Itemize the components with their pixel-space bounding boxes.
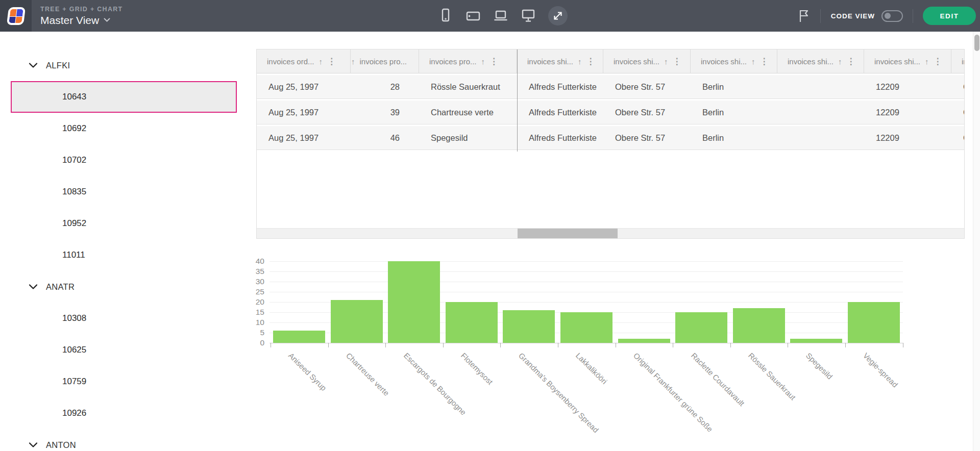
y-axis-label: 15 bbox=[240, 307, 264, 317]
x-axis-category-label: Spegesild bbox=[804, 351, 835, 381]
column-header-3[interactable]: invoices shi...↑⋮ bbox=[517, 49, 603, 73]
column-menu-icon[interactable]: ⋮ bbox=[489, 56, 498, 67]
grid-cell: Obere Str. 57 bbox=[603, 126, 691, 149]
column-header-5[interactable]: invoices shi...↑⋮ bbox=[691, 49, 777, 73]
code-view-label: CODE VIEW bbox=[831, 12, 875, 20]
column-header-8[interactable]: invoices shi...↑⋮ bbox=[951, 49, 965, 73]
gridline-30 bbox=[270, 282, 903, 282]
grid-cell: Obere Str. 57 bbox=[603, 101, 691, 124]
grid-cell: Berlin bbox=[691, 75, 777, 98]
monitor-icon[interactable] bbox=[521, 8, 536, 23]
grid-cell: Berlin bbox=[691, 101, 777, 124]
phone-icon[interactable] bbox=[438, 8, 453, 23]
tablet-icon[interactable] bbox=[465, 8, 481, 23]
divider bbox=[820, 9, 821, 23]
column-header-4[interactable]: invoices shi...↑⋮ bbox=[603, 49, 691, 73]
fullscreen-icon[interactable] bbox=[548, 6, 568, 26]
tree-group-alfki[interactable]: ALFKI bbox=[0, 49, 245, 81]
x-axis-category-label: Lakkalikööri bbox=[574, 351, 609, 386]
tree-item-10692[interactable]: 10692 bbox=[0, 113, 245, 144]
page-vertical-scrollbar[interactable] bbox=[973, 32, 980, 451]
grid-cell: Alfreds Futterkiste bbox=[517, 126, 603, 149]
x-axis-category-label: Chartreuse verte bbox=[345, 351, 391, 397]
grid-cell: Aug 25, 1997 bbox=[257, 101, 351, 124]
app-logo[interactable] bbox=[0, 0, 32, 32]
grid-cell: Obere Str. 57 bbox=[603, 75, 691, 98]
x-axis-tick bbox=[903, 343, 903, 347]
grid-cell: 39 bbox=[351, 101, 419, 124]
grid-row-1[interactable]: Aug 25, 199739Chartreuse verteAlfreds Fu… bbox=[257, 101, 964, 124]
sort-ascending-icon: ↑ bbox=[319, 57, 323, 66]
tree-item-10952[interactable]: 10952 bbox=[0, 208, 245, 239]
grid-cell: Chartreuse verte bbox=[419, 101, 517, 124]
gridline-0 bbox=[270, 343, 903, 343]
tree-item-10835[interactable]: 10835 bbox=[0, 176, 245, 208]
gridline-35 bbox=[270, 271, 903, 272]
y-axis-label: 5 bbox=[240, 328, 264, 338]
view-selector[interactable]: Master View bbox=[40, 14, 123, 27]
x-axis-tick bbox=[328, 343, 329, 347]
grid-cell: Spegesild bbox=[419, 126, 517, 149]
grid-cell: 46 bbox=[351, 126, 419, 149]
x-axis-tick bbox=[385, 343, 386, 347]
chevron-down-icon[interactable] bbox=[28, 60, 38, 70]
tree-group-label: ALFKI bbox=[46, 61, 70, 70]
x-axis-tick bbox=[558, 343, 558, 347]
flag-icon[interactable] bbox=[795, 7, 813, 24]
horizontal-scrollbar-thumb[interactable] bbox=[518, 229, 618, 239]
edit-button[interactable]: EDIT bbox=[923, 7, 976, 25]
grid-cell: Alfreds Futterkiste bbox=[517, 101, 603, 124]
topbar-right-cluster: CODE VIEW EDIT bbox=[795, 0, 980, 32]
grid-header-row: invoices ord...↑⋮⋮↑invoices pro...invoic… bbox=[257, 49, 964, 73]
grid-cell bbox=[777, 126, 864, 149]
grid-cell: Rössle Sauerkraut bbox=[419, 75, 517, 98]
x-axis-tick bbox=[730, 343, 731, 347]
sort-ascending-icon: ↑ bbox=[578, 57, 582, 66]
column-header-1[interactable]: ⋮↑invoices pro... bbox=[351, 49, 419, 73]
code-view-toggle[interactable] bbox=[881, 10, 903, 22]
grid-cell: Aug 25, 1997 bbox=[257, 126, 351, 149]
column-menu-icon[interactable]: ⋮ bbox=[673, 56, 681, 67]
tree-item-10702[interactable]: 10702 bbox=[0, 144, 245, 176]
grid-cell bbox=[777, 75, 864, 98]
y-axis-label: 10 bbox=[240, 317, 264, 328]
column-menu-icon[interactable]: ⋮ bbox=[847, 56, 855, 67]
y-axis-label: 30 bbox=[240, 277, 264, 287]
column-menu-icon[interactable]: ⋮ bbox=[586, 56, 595, 67]
column-header-label: invoices shi... bbox=[788, 57, 834, 66]
tree-item-10643[interactable]: 10643 bbox=[0, 81, 245, 113]
column-menu-icon[interactable]: ⋮ bbox=[327, 56, 336, 67]
bar-Chartreuse verte bbox=[331, 300, 383, 343]
sort-ascending-icon: ↑ bbox=[751, 57, 755, 66]
laptop-icon[interactable] bbox=[493, 8, 508, 23]
selected-item-highlight bbox=[11, 81, 237, 113]
bar-Lakkalikööri bbox=[560, 312, 612, 343]
grid-cell: Alfreds Futterkiste bbox=[517, 75, 603, 98]
column-header-7[interactable]: invoices shi...↑⋮ bbox=[864, 49, 951, 73]
column-header-6[interactable]: invoices shi...↑⋮ bbox=[777, 49, 864, 73]
sort-ascending-icon: ↑ bbox=[351, 57, 355, 66]
bar-Aniseed Syrup bbox=[273, 331, 325, 343]
x-axis-category-label: Flotemysost bbox=[459, 351, 495, 386]
toggle-knob bbox=[885, 13, 891, 19]
x-axis-category-label: Raclette Courdavault bbox=[689, 351, 746, 408]
tree-item-label: 10643 bbox=[62, 92, 86, 102]
grid-cell: 28 bbox=[351, 75, 419, 98]
grid-cell: Aug 25, 1997 bbox=[257, 75, 351, 98]
sort-ascending-icon: ↑ bbox=[838, 57, 842, 66]
top-bar: TREE + GRID + CHART Master View bbox=[0, 0, 980, 32]
grid-row-2[interactable]: Aug 25, 199746SpegesildAlfreds Futterkis… bbox=[257, 126, 964, 150]
x-axis-tick bbox=[673, 343, 673, 347]
column-header-2[interactable]: invoices pro...↑⋮ bbox=[419, 49, 517, 73]
app-page: TREE + GRID + CHART Master View bbox=[0, 0, 980, 451]
column-header-label: invoices shi... bbox=[527, 57, 573, 66]
grid-row-0[interactable]: Aug 25, 199728Rössle SauerkrautAlfreds F… bbox=[257, 75, 964, 99]
divider bbox=[913, 9, 913, 23]
column-header-0[interactable]: invoices ord...↑⋮ bbox=[257, 49, 351, 73]
bar-Flotemysost bbox=[446, 302, 498, 343]
column-menu-icon[interactable]: ⋮ bbox=[760, 56, 769, 67]
grid-horizontal-scrollbar[interactable] bbox=[257, 228, 964, 238]
chevron-down-icon bbox=[104, 18, 110, 22]
column-menu-icon[interactable]: ⋮ bbox=[934, 56, 942, 67]
vertical-scrollbar-thumb[interactable] bbox=[974, 35, 979, 51]
